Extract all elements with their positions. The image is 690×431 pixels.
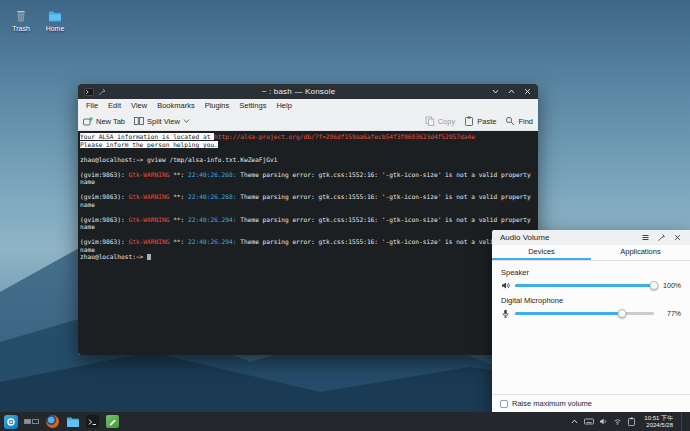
application-launcher-icon[interactable] — [2, 413, 19, 430]
terminal-line: name — [80, 246, 536, 254]
desktop-icon-trash[interactable]: Trash — [3, 8, 39, 32]
terminal-link[interactable]: http://alsa-project.org/db/?f=296df159aa… — [214, 133, 475, 140]
clock-widget[interactable]: 10:51 下午 2024/5/28 — [644, 415, 673, 428]
pager-widget[interactable] — [22, 419, 41, 424]
terminal-line: name — [80, 201, 536, 209]
clipboard-icon[interactable] — [627, 417, 636, 426]
tab-applications[interactable]: Applications — [591, 245, 690, 260]
new-tab-icon — [83, 116, 93, 126]
tab-devices[interactable]: Devices — [492, 245, 591, 260]
maximize-icon[interactable] — [507, 87, 516, 96]
speaker-icon — [501, 281, 510, 290]
audio-footer: Raise maximum volume — [492, 394, 690, 412]
terminal-line — [80, 148, 536, 156]
terminal-line — [80, 231, 536, 239]
terminal-line: Your ALSA information is located at http… — [80, 133, 536, 141]
volume-slider[interactable] — [515, 308, 654, 318]
slider-handle[interactable] — [618, 309, 627, 318]
menu-item[interactable]: View — [126, 101, 152, 110]
split-view-button[interactable]: Split View — [134, 116, 190, 126]
terminal-text: 22:40:26.268: — [188, 171, 236, 178]
volume-percent: 77% — [659, 310, 681, 317]
terminal-text: 22:40:26.268: — [188, 193, 236, 200]
system-tray: 10:51 下午 2024/5/28 — [570, 412, 688, 431]
pin-icon[interactable] — [657, 233, 666, 242]
network-icon[interactable] — [613, 417, 622, 426]
terminal-text: Gtk-WARNING — [128, 171, 169, 178]
device-name: Digital Microphone — [501, 296, 681, 305]
konsole-icon[interactable] — [84, 413, 101, 430]
menu-icon[interactable] — [641, 233, 650, 242]
window-title: ~ : bash — Konsole — [106, 87, 491, 96]
desktop-icon-label: Home — [37, 25, 73, 32]
trash-icon — [13, 8, 29, 24]
taskbar: 10:51 下午 2024/5/28 — [0, 412, 690, 431]
terminal-text: gview /tmp/alsa-info.txt.KwZeaFjGvi — [147, 156, 277, 163]
terminal-output[interactable]: Your ALSA information is located at http… — [78, 131, 538, 355]
menu-item[interactable]: Settings — [234, 101, 271, 110]
split-view-icon — [134, 116, 144, 126]
menu-item[interactable]: Bookmarks — [152, 101, 200, 110]
window-title: Audio Volume — [500, 233, 641, 242]
firefox-icon[interactable] — [44, 413, 61, 430]
terminal-line — [80, 208, 536, 216]
terminal-text: zhao@localhost:~> — [80, 156, 147, 163]
terminal-line — [80, 186, 536, 194]
terminal-text: name — [80, 201, 95, 208]
copy-button[interactable]: Copy — [425, 116, 456, 126]
raise-max-volume-label[interactable]: Raise maximum volume — [512, 399, 592, 408]
editor-app-icon[interactable] — [104, 413, 121, 430]
menu-bar: FileEditViewBookmarksPluginsSettingsHelp — [78, 99, 538, 112]
volume-percent: 100% — [659, 282, 681, 289]
volume-icon[interactable] — [599, 417, 608, 426]
microphone-icon — [501, 309, 510, 318]
minimize-icon[interactable] — [491, 87, 500, 96]
dolphin-folder-icon[interactable] — [64, 413, 81, 430]
audio-titlebar[interactable]: Audio Volume — [492, 230, 690, 245]
terminal-text: **: — [169, 216, 188, 223]
terminal-line: (gvim:9863): Gtk-WARNING **: 22:40:26.29… — [80, 238, 536, 246]
toolbar: New Tab Split View Copy Paste — [78, 112, 538, 131]
terminal-text: Please inform the person helping you. — [80, 141, 218, 148]
terminal-text: Gtk-WARNING — [128, 216, 169, 223]
desktop-icon-label: Trash — [3, 25, 39, 32]
chevron-up-icon[interactable] — [570, 417, 579, 426]
menu-item[interactable]: Edit — [103, 101, 126, 110]
show-desktop-button[interactable] — [681, 412, 686, 431]
terminal-text: (gvim:9863): — [80, 193, 128, 200]
konsole-titlebar[interactable]: ~ : bash — Konsole — [78, 84, 538, 99]
virtual-desktop-2[interactable] — [32, 419, 39, 424]
tab-bar: Devices Applications — [492, 245, 690, 261]
terminal-text: Theme parsing error: gtk.css:1552:16: '-… — [237, 216, 531, 223]
virtual-desktop-1[interactable] — [24, 419, 31, 424]
terminal-text: 22:40:26.294: — [188, 238, 236, 245]
terminal-line: name — [80, 178, 536, 186]
volume-slider[interactable] — [515, 280, 654, 290]
new-tab-button[interactable]: New Tab — [83, 116, 125, 126]
terminal-text: 22:40:26.294: — [188, 216, 236, 223]
terminal-cursor — [147, 254, 151, 261]
terminal-text: Theme parsing error: gtk.css:1555:16: '-… — [237, 193, 531, 200]
paste-button[interactable]: Paste — [464, 116, 496, 126]
konsole-app-icon — [84, 88, 94, 96]
menu-item[interactable]: Help — [271, 101, 296, 110]
terminal-text: (gvim:9863): — [80, 171, 128, 178]
chevron-down-icon — [183, 118, 190, 124]
terminal-line: name — [80, 223, 536, 231]
keyboard-icon[interactable] — [584, 417, 594, 426]
desktop-icon-home[interactable]: Home — [37, 8, 73, 32]
find-button[interactable]: Find — [505, 116, 533, 126]
raise-max-volume-checkbox[interactable] — [500, 400, 508, 408]
konsole-window: ~ : bash — Konsole FileEditViewBookmarks… — [78, 84, 538, 355]
terminal-line: Please inform the person helping you. — [80, 141, 536, 149]
menu-item[interactable]: File — [81, 101, 103, 110]
terminal-line: (gvim:9863): Gtk-WARNING **: 22:40:26.26… — [80, 171, 536, 179]
terminal-text: **: — [169, 171, 188, 178]
slider-handle[interactable] — [650, 281, 659, 290]
find-icon — [505, 116, 515, 126]
close-icon[interactable] — [523, 87, 532, 96]
menu-item[interactable]: Plugins — [200, 101, 235, 110]
home-folder-icon — [47, 8, 63, 24]
slider-fill — [515, 284, 654, 287]
close-icon[interactable] — [673, 233, 682, 242]
